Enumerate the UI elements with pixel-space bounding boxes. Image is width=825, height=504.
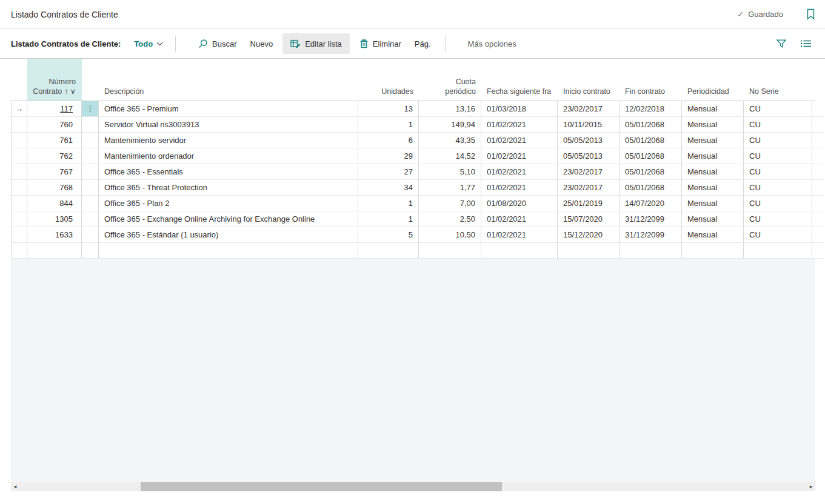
cell-numero-contrato[interactable]: 767 <box>27 164 82 180</box>
cell-fecha-siguiente-fra[interactable]: 01/02/2021 <box>481 180 558 196</box>
contract-number-link[interactable]: 767 <box>59 167 73 176</box>
cell-no-serie[interactable]: CU <box>744 227 812 243</box>
cell-descripcion[interactable] <box>99 243 358 259</box>
table-row[interactable]: 761 Mantenimiento servidor 6 43,35 01/02… <box>11 133 815 148</box>
cell-fecha-siguiente-fra[interactable]: 01/02/2021 <box>481 211 558 227</box>
row-menu-cell[interactable] <box>82 211 99 227</box>
cell-descripcion[interactable]: Mantenimiento servidor <box>99 133 358 148</box>
page-menu-button[interactable]: Pág. <box>408 33 438 54</box>
row-selector-cell[interactable] <box>11 133 27 148</box>
filter-icon-button[interactable] <box>772 38 790 49</box>
cell-fecha-siguiente-fra[interactable] <box>481 243 558 259</box>
cell-unidades[interactable]: 27 <box>358 164 419 180</box>
cell-numero-contrato[interactable]: 844 <box>27 196 82 211</box>
cell-fin-contrato[interactable]: 14/07/2020 <box>620 196 682 211</box>
cell-periodicidad[interactable]: Mensual <box>682 148 744 164</box>
cell-fecha-siguiente-fra[interactable]: 01/03/2018 <box>481 101 558 117</box>
sort-ascending-icon[interactable]: ↑ ∨ <box>64 87 76 96</box>
table-row[interactable]: 1633 Office 365 - Estándar (1 usuario) 5… <box>11 227 815 243</box>
cell-no-serie[interactable]: CU <box>744 196 812 211</box>
cell-cuota-periodico[interactable]: 149,94 <box>419 117 481 133</box>
cell-numero-contrato[interactable]: 762 <box>27 148 82 164</box>
row-selector-cell[interactable] <box>11 117 27 133</box>
delete-button[interactable]: Eliminar <box>353 33 408 54</box>
cell-inicio-contrato[interactable]: 15/12/2020 <box>558 227 620 243</box>
cell-fecha-siguiente-fra[interactable]: 01/02/2021 <box>481 227 558 243</box>
cell-periodicidad[interactable]: Mensual <box>682 180 744 196</box>
cell-periodicidad[interactable] <box>682 243 744 259</box>
row-menu-cell[interactable] <box>82 117 99 133</box>
cell-unidades[interactable]: 1 <box>358 211 419 227</box>
cell-fecha-siguiente-fra[interactable]: 01/02/2021 <box>481 164 558 180</box>
cell-cuota-periodico[interactable]: 5,10 <box>419 164 481 180</box>
row-selector-cell[interactable] <box>11 164 27 180</box>
cell-periodicidad[interactable]: Mensual <box>682 164 744 180</box>
cell-unidades[interactable]: 6 <box>358 133 419 148</box>
cell-inicio-contrato[interactable] <box>558 243 620 259</box>
cell-periodicidad[interactable]: Mensual <box>682 211 744 227</box>
cell-descripcion[interactable]: Office 365 - Threat Protection <box>99 180 358 196</box>
table-row[interactable]: → 117 ⋮ Office 365 - Premium 13 13,16 01… <box>11 101 815 117</box>
row-selector-cell[interactable] <box>11 227 27 243</box>
cell-numero-contrato[interactable]: 117 <box>27 101 82 117</box>
column-header-unidades[interactable]: Unidades <box>358 59 419 101</box>
cell-cuota-periodico[interactable]: 14,52 <box>419 148 481 164</box>
contract-number-link[interactable]: 1305 <box>55 214 73 224</box>
cell-numero-contrato[interactable]: 1633 <box>27 227 82 243</box>
row-menu-cell[interactable] <box>82 227 99 243</box>
row-selector-cell[interactable]: → <box>11 101 27 117</box>
cell-descripcion[interactable]: Office 365 - Estándar (1 usuario) <box>99 227 358 243</box>
cell-no-serie[interactable]: CU <box>744 164 812 180</box>
cell-unidades[interactable]: 5 <box>358 227 419 243</box>
table-row[interactable]: 844 Office 365 - Plan 2 1 7,00 01/08/202… <box>11 196 815 211</box>
table-row[interactable]: 767 Office 365 - Essentials 27 5,10 01/0… <box>11 164 815 180</box>
cell-unidades[interactable]: 13 <box>358 101 419 117</box>
scrollbar-thumb[interactable] <box>141 482 502 491</box>
cell-descripcion[interactable]: Mantenimiento ordenador <box>99 148 358 164</box>
column-header-fecha-siguiente-fra[interactable]: Fecha siguiente fra <box>481 59 558 101</box>
column-header-periodicidad[interactable]: Periodicidad <box>682 59 744 101</box>
cell-periodicidad[interactable]: Mensual <box>682 227 744 243</box>
row-selector-cell[interactable] <box>11 211 27 227</box>
cell-numero-contrato[interactable] <box>27 243 82 259</box>
cell-descripcion[interactable]: Office 365 - Plan 2 <box>99 196 358 211</box>
contract-number-link[interactable]: 1633 <box>55 230 73 239</box>
cell-unidades[interactable]: 1 <box>358 196 419 211</box>
cell-descripcion[interactable]: Office 365 - Premium <box>99 101 358 117</box>
column-header-descripcion[interactable]: Descripción <box>99 59 358 101</box>
contract-number-link[interactable]: 768 <box>59 183 73 192</box>
list-view-icon-button[interactable] <box>797 39 815 48</box>
cell-fin-contrato[interactable]: 31/12/2099 <box>620 227 682 243</box>
cell-fecha-siguiente-fra[interactable]: 01/02/2021 <box>481 133 558 148</box>
cell-fecha-siguiente-fra[interactable]: 01/02/2021 <box>481 117 558 133</box>
column-header-cuota-periodico[interactable]: Cuota periódico <box>419 59 481 101</box>
cell-fin-contrato[interactable]: 05/01/2068 <box>620 133 682 148</box>
cell-inicio-contrato[interactable]: 05/05/2013 <box>558 133 620 148</box>
row-menu-cell[interactable] <box>82 196 99 211</box>
cell-inicio-contrato[interactable]: 25/01/2019 <box>558 196 620 211</box>
cell-periodicidad[interactable]: Mensual <box>682 196 744 211</box>
cell-no-serie[interactable]: CU <box>744 117 812 133</box>
cell-numero-contrato[interactable]: 760 <box>27 117 82 133</box>
cell-no-serie[interactable]: CU <box>744 101 812 117</box>
row-menu-cell[interactable] <box>82 133 99 148</box>
cell-cuota-periodico[interactable] <box>419 243 481 259</box>
cell-fecha-siguiente-fra[interactable]: 01/02/2021 <box>481 148 558 164</box>
cell-inicio-contrato[interactable]: 23/02/2017 <box>558 180 620 196</box>
new-button[interactable]: Nuevo <box>244 33 280 54</box>
cell-fin-contrato[interactable]: 31/12/2099 <box>620 211 682 227</box>
table-row[interactable] <box>11 243 815 259</box>
cell-no-serie[interactable]: CU <box>744 211 812 227</box>
table-row[interactable]: 1305 Office 365 - Exchange Online Archiv… <box>11 211 815 227</box>
cell-numero-contrato[interactable]: 1305 <box>27 211 82 227</box>
cell-no-serie[interactable]: CU <box>744 148 812 164</box>
cell-unidades[interactable]: 1 <box>358 117 419 133</box>
more-options-button[interactable]: Más opciones <box>461 33 523 54</box>
cell-cuota-periodico[interactable]: 10,50 <box>419 227 481 243</box>
column-header-fin-contrato[interactable]: Fin contrato <box>620 59 682 101</box>
cell-periodicidad[interactable]: Mensual <box>682 133 744 148</box>
contract-number-link[interactable]: 761 <box>59 136 73 145</box>
contract-number-link[interactable]: 762 <box>59 151 73 161</box>
table-row[interactable]: 768 Office 365 - Threat Protection 34 1,… <box>11 180 815 196</box>
cell-numero-contrato[interactable]: 761 <box>27 133 82 148</box>
